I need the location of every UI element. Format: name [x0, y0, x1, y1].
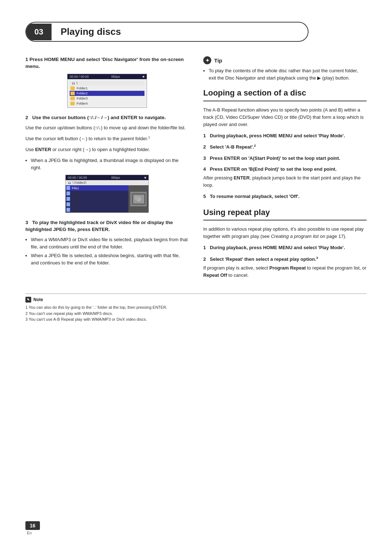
step-2-para2: Use the cursor left button (←) to return… [25, 135, 189, 142]
loop-step-5-heading: 5 To resume normal playback, select 'Off… [203, 193, 367, 200]
thumb-svg [132, 193, 146, 205]
page-lang: En [25, 531, 32, 535]
music-icon-4 [66, 202, 70, 206]
tip-header: ✦ Tip [203, 56, 367, 64]
folder-name-3: Folder3 [77, 97, 88, 100]
step-2-para1: Use the cursor up/down buttons (↑/↓) to … [25, 124, 189, 131]
folder-bar-icon: 🗂 [72, 81, 75, 85]
folder-icon-2 [70, 92, 75, 95]
note-text-1: 1 You can also do this by going to the '… [25, 304, 367, 311]
folder-name-4: Folder4 [77, 102, 88, 105]
note-text-2: 2 You can't use repeat play with WMA/MP3… [25, 311, 367, 317]
sup-2: 2 [254, 144, 256, 147]
folder-name-2: Folder2 [77, 92, 88, 95]
folder-icon-1 [70, 86, 75, 90]
music-icon-2 [66, 191, 70, 195]
screen-folder-bar-2: 🗂 \ Folder2\ [66, 180, 148, 185]
note-section: ✎ Note 1 You can also do this by going t… [25, 293, 367, 323]
tip-box: ✦ Tip To play the contents of the whole … [203, 56, 367, 81]
screen-stop-icon: ■ [143, 75, 144, 78]
chapter-title: Playing discs [52, 23, 130, 41]
chapter-header: 03 Playing discs [25, 22, 309, 42]
file-row-5: File5 [66, 207, 128, 212]
tip-label: Tip [214, 57, 222, 64]
screen-thumb-side [128, 185, 148, 212]
chapter-number: 03 [26, 24, 52, 40]
page-number: 16 [25, 521, 40, 530]
music-icon-1 [66, 186, 70, 190]
step-2-para3: Use ENTER or cursor right (→) to open a … [25, 146, 189, 153]
repeat-step-1-heading: 1 During playback, press HOME MENU and s… [203, 244, 367, 251]
screen-topbar-2: 00:00 / 00:00 0kbps ■ [66, 175, 148, 180]
screen-body-1: 🗂 \ Folder1 Folder2 [68, 79, 147, 108]
folder-bar-icon-2: 🗂 [68, 181, 71, 185]
looping-section: Looping a section of a disc The A-B Repe… [203, 88, 367, 200]
content-columns: 1 Press HOME MENU and select 'Disc Navig… [25, 56, 367, 283]
screen-list-side: File1 File2 File3 [66, 185, 128, 212]
sup-1: 1 [148, 135, 150, 139]
repeat-intro: In addition to various repeat play optio… [203, 226, 367, 240]
file-name-1: File1 [72, 186, 79, 190]
note-icon: ✎ [25, 297, 31, 303]
step-2-bullet-1: When a JPEG file is highlighted, a thumb… [31, 157, 189, 171]
file-row-3: File3 [66, 196, 128, 202]
loop-step-4-para: After pressing ENTER, playback jumps bac… [203, 174, 367, 189]
folder-name-1: Folder1 [77, 86, 88, 90]
folder-icon-3 [70, 97, 75, 100]
screen-mockup-2: 00:00 / 00:00 0kbps ■ 🗂 \ Folder2\ File1 [65, 175, 149, 213]
music-icon-3 [66, 197, 70, 201]
folder-row-4: Folder4 [70, 101, 144, 106]
screen-stop-icon-2: ■ [144, 176, 146, 179]
step-3-heading: 3 To play the highlighted track or DivX … [25, 219, 189, 233]
screen-topbar-1: 00:00 / 00:00 0kbps ■ [68, 74, 147, 79]
file-row-2: File2 [66, 191, 128, 196]
step-2-bullet-container: When a JPEG file is highlighted, a thumb… [25, 157, 189, 171]
step-3-block: 3 To play the highlighted track or DivX … [25, 219, 189, 266]
note-text-3: 3 You can't use A-B Repeat play with WMA… [25, 316, 367, 323]
repeat-section: Using repeat play In addition to various… [203, 207, 367, 279]
svg-rect-3 [135, 196, 140, 200]
page-number-block: 16 En [25, 521, 40, 535]
folder-bar-label-2: \ Folder2\ [73, 181, 86, 185]
file-row-1: File1 [66, 185, 128, 191]
step-2-heading: 2 Use the cursor buttons (↑/↓/←/→) and E… [25, 114, 189, 121]
right-column: ✦ Tip To play the contents of the whole … [203, 56, 367, 283]
folder-row-2: Folder2 [70, 91, 144, 96]
note-header: ✎ Note [25, 297, 367, 303]
screen-time-1: 00:00 / 00:00 [70, 75, 89, 78]
tip-content: To play the contents of the whole disc r… [203, 67, 367, 81]
folder-row-1: Folder1 [70, 86, 144, 91]
step-3-bullet-2: When a JPEG file is selected, a slidesho… [31, 252, 189, 266]
step-1-block: 1 Press HOME MENU and select 'Disc Navig… [25, 56, 189, 108]
repeat-step-2-heading: 2 Select 'Repeat' then select a repeat p… [203, 256, 367, 263]
step-3-bullet-1: When a WMA/MP3 or DivX video file is sel… [31, 236, 189, 250]
looping-section-heading: Looping a section of a disc [203, 88, 367, 101]
file-name-3: File3 [72, 197, 79, 201]
step-3-bullets: When a WMA/MP3 or DivX video file is sel… [25, 236, 189, 266]
folder-row-3: Folder3 [70, 96, 144, 101]
loop-step-2-heading: 2 Select 'A-B Repeat'.2 [203, 143, 367, 151]
screen-kbps-1: 0kbps [111, 75, 120, 78]
loop-step-4-heading: 4 Press ENTER on 'B(End Point)' to set t… [203, 166, 367, 173]
folder-bar-label: \ [77, 81, 78, 85]
file-row-4: File4 [66, 202, 128, 207]
thumb-image [130, 192, 147, 206]
tip-bullet: To play the contents of the whole disc r… [209, 67, 367, 81]
step-2-block: 2 Use the cursor buttons (↑/↓/←/→) and E… [25, 114, 189, 213]
looping-intro: The A-B Repeat function allows you to sp… [203, 106, 367, 128]
page-container: 03 Playing discs 1 Press HOME MENU and s… [0, 0, 392, 555]
step-1-heading: 1 Press HOME MENU and select 'Disc Navig… [25, 56, 189, 70]
loop-step-3-heading: 3 Press ENTER on 'A(Start Point)' to set… [203, 155, 367, 162]
screen-folder-bar-1: 🗂 \ [70, 81, 144, 86]
screen-with-thumb: File1 File2 File3 [66, 185, 148, 212]
screen-time-2: 00:00 / 00:00 [68, 176, 87, 179]
loop-step-1-heading: 1 During playback, press HOME MENU and s… [203, 133, 367, 139]
note-label: Note [33, 297, 43, 302]
file-name-4: File4 [72, 203, 79, 206]
screen-mockup-1: 00:00 / 00:00 0kbps ■ 🗂 \ Folder1 [67, 74, 147, 108]
sup-3: 3 [316, 256, 318, 260]
tip-icon: ✦ [203, 56, 211, 64]
music-icon-5 [66, 208, 70, 212]
screen-kbps-2: 0kbps [111, 176, 120, 179]
folder-icon-4 [70, 102, 75, 105]
